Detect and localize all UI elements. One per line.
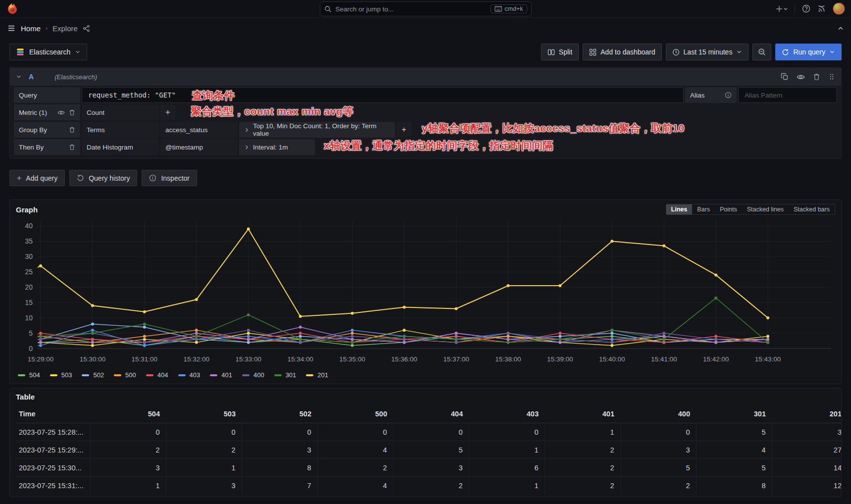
table-cell: 2023-07-25 15:29:... [16, 441, 90, 459]
add-query-button[interactable]: + Add query [9, 170, 65, 186]
help-icon[interactable] [802, 4, 810, 13]
legend-color-dash [306, 374, 313, 376]
table-cell: 2023-07-25 15:31:... [16, 477, 90, 495]
time-range-picker[interactable]: Last 15 minutes [666, 44, 749, 60]
svg-text:10: 10 [25, 314, 33, 322]
table-header-400[interactable]: 400 [620, 406, 696, 423]
table-header-503[interactable]: 503 [166, 406, 242, 423]
metric-type-select[interactable]: Count [82, 104, 159, 120]
alias-placeholder: Alias Pattern [745, 92, 783, 99]
graph-mode-stacked-bars[interactable]: Stacked bars [789, 204, 835, 214]
table-cell: 4 [317, 441, 393, 459]
then-by-options[interactable]: Interval: 1m [239, 139, 315, 155]
table-header-301[interactable]: 301 [696, 406, 772, 423]
legend-item-403[interactable]: 403 [178, 371, 200, 379]
graph-mode-stacked-lines[interactable]: Stacked lines [742, 204, 789, 214]
remove-then-by-trash-icon[interactable] [69, 144, 75, 151]
add-metric-button[interactable]: + [160, 104, 175, 120]
then-by-type-select[interactable]: Date Histogram [82, 139, 159, 155]
legend-item-401[interactable]: 401 [210, 371, 232, 379]
results-table: Time5045035025004044034014003012012023-0… [16, 406, 842, 495]
table-header-403[interactable]: 403 [469, 406, 545, 423]
hide-metric-eye-icon[interactable] [57, 109, 65, 116]
legend-item-301[interactable]: 301 [274, 371, 297, 379]
legend-item-504[interactable]: 504 [18, 371, 40, 379]
legend-color-dash [114, 374, 121, 376]
legend-item-400[interactable]: 400 [242, 371, 264, 379]
legend-item-500[interactable]: 500 [114, 371, 136, 379]
legend-item-503[interactable]: 503 [50, 371, 72, 379]
datasource-picker[interactable]: Elasticsearch [9, 44, 87, 60]
svg-text:15:36:00: 15:36:00 [391, 355, 417, 363]
grafana-logo-icon[interactable] [6, 2, 19, 15]
then-by-label: Then By [14, 139, 80, 155]
run-query-button[interactable]: Run query [775, 44, 842, 60]
breadcrumb-explore[interactable]: Explore [52, 24, 78, 33]
group-by-field-select[interactable]: access_status [160, 122, 238, 138]
table-cell: 5 [696, 423, 772, 441]
remove-group-by-trash-icon[interactable] [69, 126, 75, 133]
legend-item-502[interactable]: 502 [82, 371, 104, 379]
duplicate-query-icon[interactable] [781, 73, 789, 81]
query-datasource-hint: (Elasticsearch) [54, 73, 97, 81]
zoom-out-icon [758, 48, 766, 56]
remove-metric-trash-icon[interactable] [69, 109, 75, 116]
table-cell: 2 [545, 477, 620, 495]
svg-text:5: 5 [29, 329, 33, 337]
group-by-options[interactable]: Top 10, Min Doc Count: 1, Order by: Term… [239, 122, 395, 138]
add-to-dashboard-button[interactable]: Add to dashboard [583, 44, 662, 60]
svg-text:15:40:00: 15:40:00 [599, 355, 625, 363]
new-menu-button[interactable] [776, 5, 788, 13]
table-header-201[interactable]: 201 [772, 406, 842, 423]
collapse-caret-icon[interactable] [837, 25, 844, 32]
global-search-input[interactable]: Search or jump to... cmd+k [320, 1, 532, 16]
graph-mode-points[interactable]: Points [715, 204, 742, 214]
collapse-query-icon[interactable] [16, 74, 22, 80]
info-circle-icon [149, 174, 156, 182]
inspector-button[interactable]: Inspector [142, 170, 197, 186]
annotation-query-condition: 查询条件 [192, 90, 235, 101]
table-header-404[interactable]: 404 [393, 406, 469, 423]
graph-mode-lines[interactable]: Lines [666, 204, 693, 214]
table-cell: 14 [772, 459, 842, 477]
menu-icon[interactable] [7, 24, 16, 32]
table-header-time[interactable]: Time [16, 406, 90, 423]
graph-style-toggle: LinesBarsPointsStacked linesStacked bars [666, 204, 835, 215]
table-header-401[interactable]: 401 [545, 406, 620, 423]
svg-text:0: 0 [29, 345, 33, 353]
table-cell: 4 [696, 441, 772, 459]
group-by-type-select[interactable]: Terms [82, 122, 159, 138]
breadcrumb-home[interactable]: Home [21, 24, 41, 33]
annotation-group-by: y轴聚合项配置，比如按access_status值聚合，取前10 [422, 122, 685, 134]
graph-mode-bars[interactable]: Bars [692, 204, 715, 214]
alias-pattern-input[interactable]: Alias Pattern [738, 87, 837, 103]
share-shortlink-icon[interactable] [83, 25, 90, 32]
legend-color-dash [146, 374, 153, 376]
remove-query-trash-icon[interactable] [813, 73, 820, 81]
query-header[interactable]: A (Elasticsearch) [10, 68, 841, 86]
table-header-500[interactable]: 500 [317, 406, 393, 423]
table-header-504[interactable]: 504 [90, 406, 166, 423]
svg-text:15:43:00: 15:43:00 [755, 355, 781, 363]
lucene-query-input[interactable]: request_method: "GET" [82, 87, 684, 103]
disable-query-eye-icon[interactable] [797, 73, 805, 81]
legend-item-404[interactable]: 404 [146, 371, 168, 379]
svg-text:15:37:00: 15:37:00 [443, 355, 469, 363]
table-cell: 8 [242, 459, 317, 477]
table-header-502[interactable]: 502 [242, 406, 317, 423]
legend-item-201[interactable]: 201 [306, 371, 328, 379]
svg-text:15:34:00: 15:34:00 [287, 355, 313, 363]
add-group-by-button[interactable]: + [397, 122, 411, 138]
then-by-field-select[interactable]: @timestamp [160, 139, 238, 155]
user-avatar[interactable] [833, 2, 845, 15]
graph-panel-title: Graph [16, 205, 38, 214]
split-icon [548, 49, 555, 56]
drag-handle-icon[interactable] [828, 73, 835, 81]
news-icon[interactable] [817, 4, 826, 13]
table-cell: 2023-07-25 15:28:... [16, 423, 90, 441]
split-button[interactable]: Split [541, 44, 579, 60]
zoom-out-button[interactable] [752, 44, 771, 60]
graph-canvas[interactable]: 051015202530354015:29:0015:30:0015:31:00… [16, 215, 835, 369]
table-cell: 1 [469, 477, 545, 495]
query-history-button[interactable]: Query history [69, 170, 137, 186]
